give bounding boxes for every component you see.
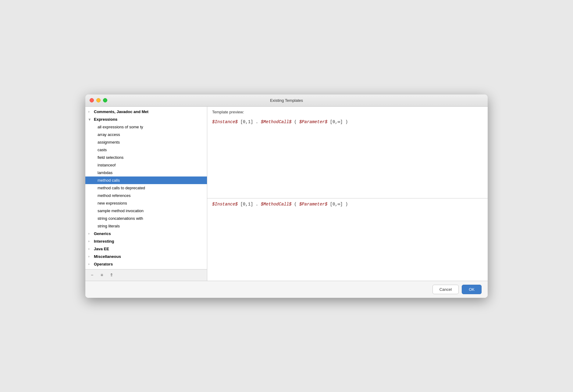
casts-label: casts	[98, 148, 107, 152]
code-plain-3-bottom: [0,∞] )	[330, 202, 348, 207]
code-plain-2-bottom: (	[294, 202, 297, 207]
expressions-label: Expressions	[94, 117, 117, 122]
tree-item-casts[interactable]: casts	[85, 146, 207, 154]
java-ee-label: Java EE	[94, 247, 109, 251]
generics-label: Generics	[94, 231, 111, 236]
tree-item-field-selections[interactable]: field selections	[85, 154, 207, 161]
preview-top: $Instance$ [0,1] . $MethodCall$ ( $Param…	[207, 116, 488, 199]
code-var-instance-bottom: $Instance$	[212, 202, 238, 207]
tree-item-comments[interactable]: › Comments, Javadoc and Met	[85, 108, 207, 116]
chevron-down-icon: ∨	[88, 118, 92, 121]
chevron-right-misc-icon: ›	[88, 255, 92, 258]
tree-item-java-ee[interactable]: › Java EE	[85, 245, 207, 253]
main-content: › Comments, Javadoc and Met ∨ Expression…	[85, 107, 488, 281]
window-title: Existing Templates	[270, 98, 303, 103]
tree-item-generics[interactable]: › Generics	[85, 230, 207, 237]
preview-bottom-code: $Instance$ [0,1] . $MethodCall$ ( $Param…	[212, 201, 483, 208]
tree-item-array-access[interactable]: array access	[85, 131, 207, 138]
chevron-right-icon: ›	[88, 110, 92, 113]
tree-item-method-calls-deprecated[interactable]: method calls to deprecated	[85, 184, 207, 192]
string-literals-label: string literals	[98, 224, 120, 228]
tree-item-instanceof[interactable]: instanceof	[85, 161, 207, 169]
edit-button[interactable]: ≡	[98, 271, 106, 279]
tree-item-sample-method[interactable]: sample method invocation	[85, 207, 207, 215]
tree-item-all-expressions[interactable]: all expressions of some ty	[85, 123, 207, 131]
cancel-button[interactable]: Cancel	[432, 285, 459, 294]
code-var-methodcall-top: $MethodCall$	[261, 119, 292, 124]
tree-item-assignments[interactable]: assignments	[85, 138, 207, 146]
chevron-right-javaee-icon: ›	[88, 247, 92, 251]
tree-item-method-references[interactable]: method references	[85, 192, 207, 199]
titlebar-buttons	[90, 98, 107, 102]
close-button[interactable]	[90, 98, 94, 102]
tree-item-string-concat[interactable]: string concatenations with	[85, 215, 207, 222]
tree-item-string-literals[interactable]: string literals	[85, 222, 207, 230]
preview-bottom: $Instance$ [0,1] . $MethodCall$ ( $Param…	[207, 198, 488, 281]
assignments-label: assignments	[98, 140, 120, 144]
code-var-parameter-bottom: $Parameter$	[299, 202, 327, 207]
field-selections-label: field selections	[98, 155, 123, 160]
code-var-parameter-top: $Parameter$	[299, 119, 327, 124]
code-plain-3-top: [0,∞] )	[330, 119, 348, 124]
left-panel: › Comments, Javadoc and Met ∨ Expression…	[85, 107, 207, 281]
chevron-right-generics-icon: ›	[88, 232, 92, 235]
titlebar: Existing Templates	[85, 94, 488, 107]
ok-button[interactable]: OK	[462, 285, 482, 294]
method-references-label: method references	[98, 193, 130, 198]
chevron-right-operators-icon: ›	[88, 262, 92, 266]
interesting-label: Interesting	[94, 239, 114, 244]
tree-item-miscellaneous[interactable]: › Miscellaneous	[85, 253, 207, 260]
window-body: › Comments, Javadoc and Met ∨ Expression…	[85, 107, 488, 298]
remove-button[interactable]: −	[88, 271, 96, 279]
maximize-button[interactable]	[103, 98, 107, 102]
miscellaneous-label: Miscellaneous	[94, 254, 121, 259]
operators-label: Operators	[94, 262, 113, 266]
minimize-button[interactable]	[96, 98, 101, 102]
code-var-methodcall-bottom: $MethodCall$	[261, 202, 292, 207]
move-button[interactable]: ⇑	[107, 271, 116, 279]
tree-item-expressions[interactable]: ∨ Expressions	[85, 116, 207, 123]
tree-item-operators[interactable]: › Operators	[85, 260, 207, 268]
bottom-bar: Cancel OK	[85, 281, 488, 298]
preview-top-code: $Instance$ [0,1] . $MethodCall$ ( $Param…	[212, 119, 483, 125]
array-access-label: array access	[98, 132, 120, 137]
chevron-right-interesting-icon: ›	[88, 240, 92, 243]
tree-item-method-calls[interactable]: method calls	[85, 176, 207, 184]
instanceof-label: instanceof	[98, 163, 116, 167]
preview-label: Template preview:	[207, 107, 488, 116]
main-window: Existing Templates › Comments, Javadoc a…	[85, 94, 488, 298]
string-concat-label: string concatenations with	[98, 216, 143, 221]
tree-item-new-expressions[interactable]: new expressions	[85, 199, 207, 207]
comments-label: Comments, Javadoc and Met	[94, 109, 148, 114]
new-expressions-label: new expressions	[98, 201, 127, 205]
tree-container[interactable]: › Comments, Javadoc and Met ∨ Expression…	[85, 107, 207, 269]
code-var-instance-top: $Instance$	[212, 119, 238, 124]
tree-item-interesting[interactable]: › Interesting	[85, 237, 207, 245]
tree-toolbar: − ≡ ⇑	[85, 269, 207, 281]
method-calls-deprecated-label: method calls to deprecated	[98, 186, 145, 190]
method-calls-label: method calls	[98, 178, 120, 183]
lambdas-label: lambdas	[98, 170, 112, 175]
code-plain-2-top: (	[294, 119, 297, 124]
code-plain-1-bottom: [0,1] .	[240, 202, 258, 207]
code-plain-1-top: [0,1] .	[240, 119, 258, 124]
all-expressions-label: all expressions of some ty	[98, 125, 143, 129]
right-panel: Template preview: $Instance$ [0,1] . $Me…	[207, 107, 488, 281]
tree-item-lambdas[interactable]: lambdas	[85, 169, 207, 176]
sample-method-label: sample method invocation	[98, 208, 144, 213]
